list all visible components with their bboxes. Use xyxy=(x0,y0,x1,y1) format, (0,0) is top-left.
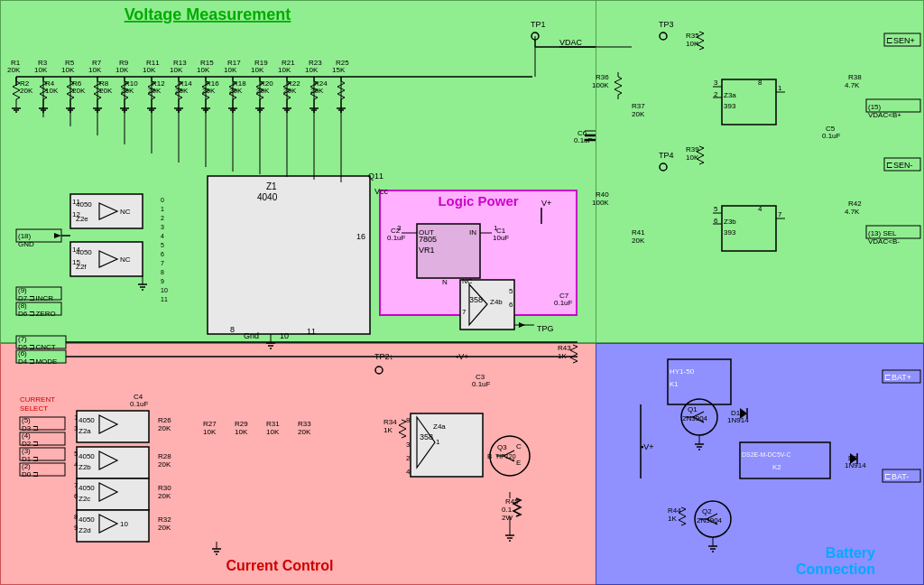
battery-section xyxy=(596,343,924,585)
current-control-section xyxy=(0,343,614,585)
main-container: Voltage Measurement Logic Power Current … xyxy=(0,0,924,585)
logic-power-section xyxy=(379,190,578,316)
right-section xyxy=(596,0,924,343)
